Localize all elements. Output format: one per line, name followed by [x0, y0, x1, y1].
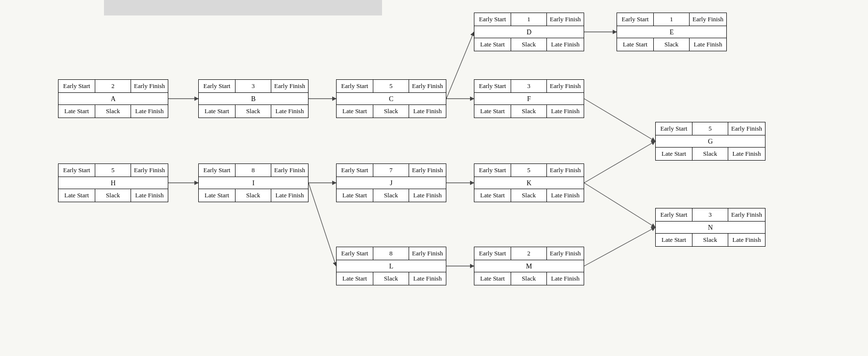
activity-node-H: Early Start5Early FinishHLate StartSlack… — [58, 163, 168, 202]
ls-label: Late Start — [337, 105, 373, 118]
slack-label: Slack — [511, 105, 547, 118]
activity-node-N: Early Start3Early FinishNLate StartSlack… — [655, 208, 765, 247]
es-label: Early Start — [59, 164, 95, 177]
lf-label: Late Finish — [728, 148, 765, 160]
activity-name: I — [199, 177, 308, 189]
ls-label: Late Start — [59, 189, 95, 202]
slack-label: Slack — [373, 189, 409, 202]
activity-node-G: Early Start5Early FinishGLate StartSlack… — [655, 122, 765, 161]
slack-label: Slack — [235, 105, 271, 118]
slack-label: Slack — [511, 272, 547, 285]
duration: 1 — [511, 13, 547, 26]
slack-label: Slack — [511, 189, 547, 202]
duration: 5 — [373, 80, 409, 92]
slack-label: Slack — [511, 38, 547, 51]
slack-label: Slack — [373, 105, 409, 118]
slack-label: Slack — [95, 105, 131, 118]
activity-name: B — [199, 92, 308, 105]
duration: 7 — [373, 164, 409, 177]
activity-name: K — [474, 177, 584, 189]
es-label: Early Start — [199, 80, 235, 92]
activity-name: G — [656, 135, 765, 148]
edge-M-N — [584, 227, 655, 266]
es-label: Early Start — [474, 80, 511, 92]
activity-node-J: Early Start7Early FinishJLate StartSlack… — [336, 163, 446, 202]
ef-label: Early Finish — [547, 247, 584, 260]
duration: 5 — [95, 164, 131, 177]
ef-label: Early Finish — [690, 13, 726, 26]
es-label: Early Start — [59, 80, 95, 92]
es-label: Early Start — [337, 247, 373, 260]
lf-label: Late Finish — [547, 38, 584, 51]
activity-node-D: Early Start1Early FinishDLate StartSlack… — [474, 13, 584, 51]
ef-label: Early Finish — [547, 13, 584, 26]
ef-label: Early Finish — [547, 80, 584, 92]
es-label: Early Start — [656, 208, 692, 221]
es-label: Early Start — [337, 164, 373, 177]
slack-label: Slack — [373, 272, 409, 285]
es-label: Early Start — [656, 122, 692, 135]
edge-C-D — [446, 32, 474, 99]
es-label: Early Start — [337, 80, 373, 92]
lf-label: Late Finish — [409, 189, 446, 202]
duration: 1 — [654, 13, 690, 26]
ef-label: Early Finish — [409, 247, 446, 260]
slack-label: Slack — [692, 234, 728, 246]
ls-label: Late Start — [656, 234, 692, 246]
slack-label: Slack — [235, 189, 271, 202]
ls-label: Late Start — [199, 189, 235, 202]
activity-node-E: Early Start1Early FinishELate StartSlack… — [617, 13, 727, 51]
activity-name: M — [474, 260, 584, 272]
lf-label: Late Finish — [728, 234, 765, 246]
activity-node-L: Early Start8Early FinishLLate StartSlack… — [336, 247, 446, 285]
slack-label: Slack — [654, 38, 690, 51]
activity-name: L — [337, 260, 446, 272]
duration: 5 — [511, 164, 547, 177]
lf-label: Late Finish — [547, 272, 584, 285]
ef-label: Early Finish — [131, 80, 168, 92]
ef-label: Early Finish — [271, 80, 308, 92]
activity-node-C: Early Start5Early FinishCLate StartSlack… — [336, 79, 446, 118]
lf-label: Late Finish — [271, 105, 308, 118]
gray-bar — [104, 0, 382, 15]
duration: 2 — [511, 247, 547, 260]
activity-node-A: Early Start2Early FinishALate StartSlack… — [58, 79, 168, 118]
lf-label: Late Finish — [131, 105, 168, 118]
ls-label: Late Start — [474, 272, 511, 285]
duration: 8 — [235, 164, 271, 177]
ef-label: Early Finish — [728, 122, 765, 135]
ef-label: Early Finish — [271, 164, 308, 177]
activity-name: C — [337, 92, 446, 105]
ls-label: Late Start — [617, 38, 654, 51]
duration: 8 — [373, 247, 409, 260]
edge-K-G — [584, 141, 655, 183]
activity-node-I: Early Start8Early FinishILate StartSlack… — [198, 163, 309, 202]
es-label: Early Start — [199, 164, 235, 177]
lf-label: Late Finish — [547, 105, 584, 118]
es-label: Early Start — [617, 13, 654, 26]
lf-label: Late Finish — [131, 189, 168, 202]
lf-label: Late Finish — [547, 189, 584, 202]
slack-label: Slack — [95, 189, 131, 202]
ls-label: Late Start — [474, 105, 511, 118]
activity-name: D — [474, 26, 584, 38]
lf-label: Late Finish — [271, 189, 308, 202]
duration: 2 — [95, 80, 131, 92]
activity-name: F — [474, 92, 584, 105]
activity-name: J — [337, 177, 446, 189]
ls-label: Late Start — [474, 38, 511, 51]
ls-label: Late Start — [199, 105, 235, 118]
duration: 3 — [511, 80, 547, 92]
ef-label: Early Finish — [728, 208, 765, 221]
activity-name: E — [617, 26, 726, 38]
es-label: Early Start — [474, 164, 511, 177]
duration: 3 — [235, 80, 271, 92]
duration: 5 — [692, 122, 728, 135]
ls-label: Late Start — [337, 272, 373, 285]
ls-label: Late Start — [474, 189, 511, 202]
ls-label: Late Start — [337, 189, 373, 202]
edge-I-L — [309, 183, 336, 266]
activity-node-B: Early Start3Early FinishBLate StartSlack… — [198, 79, 309, 118]
ls-label: Late Start — [59, 105, 95, 118]
ef-label: Early Finish — [409, 80, 446, 92]
